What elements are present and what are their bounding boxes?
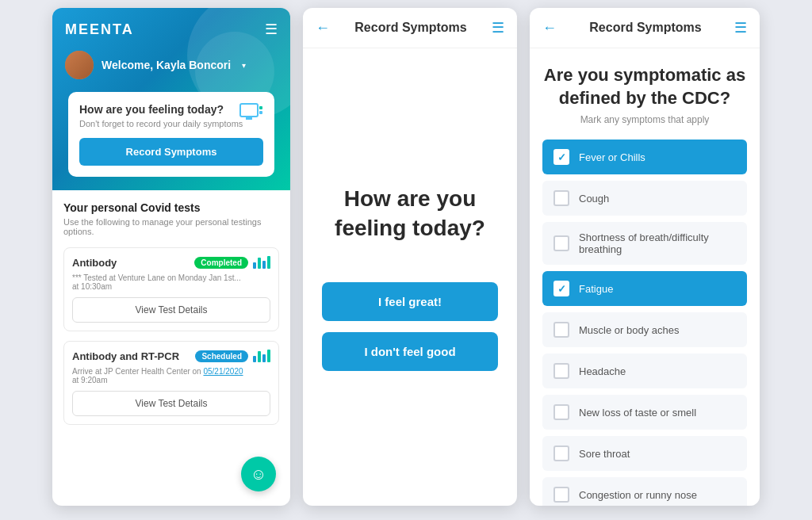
symptom-label: Shortness of breath/difficulty breathing	[579, 231, 736, 255]
screen-symptoms: ← Record Symptoms ☰ Are you symptomatic …	[530, 8, 760, 506]
symptom-checkbox[interactable]	[553, 404, 569, 420]
symptom-label: Headache	[579, 365, 626, 377]
symptom-row[interactable]: New loss of taste or smell	[542, 395, 747, 430]
checkmark-icon: ✓	[557, 283, 566, 295]
view-test-details-button-1[interactable]: View Test Details	[72, 297, 270, 323]
symptoms-body: Are you symptomatic as defined by the CD…	[530, 48, 760, 506]
symptom-checkbox[interactable]	[553, 445, 569, 461]
card-subtitle: Don't forget to record your daily sympto…	[79, 119, 263, 128]
checkmark-icon: ✓	[557, 151, 566, 163]
svg-rect-3	[259, 111, 262, 114]
back-arrow-icon[interactable]: ←	[316, 20, 330, 36]
status-badge-completed: Completed	[194, 257, 248, 269]
monitor-icon	[239, 103, 263, 125]
symptom-checkbox[interactable]	[553, 487, 569, 503]
menu-icon-3[interactable]: ☰	[734, 19, 747, 36]
symptoms-heading: Are you symptomatic as defined by the CD…	[542, 64, 747, 109]
screen-title: Record Symptoms	[354, 21, 466, 35]
svg-rect-1	[246, 117, 252, 120]
feel-bad-button[interactable]: I don't feel good	[322, 332, 498, 371]
chat-button[interactable]: ☺	[241, 457, 276, 491]
symptom-row[interactable]: Headache	[542, 354, 747, 388]
dashboard-header: MEENTA ☰ Welcome, Kayla Boncori ▾	[52, 8, 290, 190]
symptom-label: Fatigue	[579, 283, 613, 295]
symptom-row[interactable]: Cough	[542, 181, 747, 216]
logo: MEENTA	[65, 21, 134, 38]
svg-rect-0	[240, 104, 258, 117]
symptom-label: Muscle or body aches	[579, 324, 679, 336]
symptom-checkbox[interactable]	[553, 235, 569, 251]
section-title: Your personal Covid tests	[63, 201, 279, 214]
symptom-row[interactable]: ✓Fever or Chills	[542, 140, 747, 174]
record-symptoms-button[interactable]: Record Symptoms	[79, 138, 263, 166]
bar-chart-icon	[253, 256, 270, 269]
symptom-row[interactable]: ✓Fatigue	[542, 271, 747, 306]
test-info: *** Tested at Venture Lane on Monday Jan…	[72, 273, 270, 291]
symptoms-subtext: Mark any symptoms that apply	[542, 114, 747, 125]
status-badge-scheduled: Scheduled	[195, 350, 248, 362]
symptom-row[interactable]: Sore throat	[542, 436, 747, 471]
symptom-checkbox[interactable]: ✓	[553, 281, 569, 296]
symptom-label: New loss of taste or smell	[579, 407, 696, 419]
view-test-details-button-2[interactable]: View Test Details	[72, 391, 270, 416]
feel-great-button[interactable]: I feel great!	[322, 282, 498, 321]
symptom-label: Sore throat	[579, 448, 630, 460]
back-arrow-icon-3[interactable]: ←	[542, 20, 557, 36]
symptom-row[interactable]: Shortness of breath/difficulty breathing	[542, 222, 747, 265]
test-card-antibody-rtpcr: Antibody and RT-PCR Scheduled Arrive at …	[63, 341, 279, 425]
symptom-label: Fever or Chills	[579, 151, 645, 163]
symptoms-list: ✓Fever or ChillsCoughShortness of breath…	[542, 140, 747, 506]
symptoms-screen-title: Record Symptoms	[589, 21, 701, 35]
svg-rect-2	[259, 106, 262, 109]
symptom-row[interactable]: Congestion or runny nose	[542, 477, 747, 506]
card-title: How are you feeling today?	[79, 103, 263, 116]
daily-symptom-card: How are you feeling today? Don't forget …	[68, 92, 274, 177]
symptom-checkbox[interactable]	[553, 190, 569, 206]
feeling-header: ← Record Symptoms ☰	[303, 8, 517, 48]
symptom-checkbox[interactable]: ✓	[553, 149, 569, 165]
test-card-antibody: Antibody Completed *** Tested at Venture…	[63, 247, 279, 331]
screen-feeling: ← Record Symptoms ☰ How are you feeling …	[303, 8, 517, 506]
avatar	[65, 51, 94, 79]
feeling-question: How are you feeling today?	[322, 185, 498, 243]
symptom-label: Cough	[579, 193, 609, 205]
bar-chart-icon-2	[253, 350, 270, 362]
menu-icon-2[interactable]: ☰	[492, 19, 504, 36]
feeling-body: How are you feeling today? I feel great!…	[303, 48, 517, 503]
section-subtitle: Use the following to manage your persona…	[63, 217, 279, 236]
test-name: Antibody	[72, 257, 117, 269]
symptom-label: Congestion or runny nose	[579, 489, 697, 501]
test-info-2: Arrive at JP Center Health Center on 05/…	[72, 367, 270, 384]
symptom-checkbox[interactable]	[553, 363, 569, 379]
symptoms-header: ← Record Symptoms ☰	[530, 8, 760, 48]
symptom-row[interactable]: Muscle or body aches	[542, 312, 747, 347]
dashboard-body: Your personal Covid tests Use the follow…	[52, 190, 290, 445]
screen-dashboard: MEENTA ☰ Welcome, Kayla Boncori ▾	[52, 8, 290, 506]
chat-icon: ☺	[251, 465, 266, 484]
symptom-checkbox[interactable]	[553, 322, 569, 338]
test-name-2: Antibody and RT-PCR	[72, 350, 179, 362]
